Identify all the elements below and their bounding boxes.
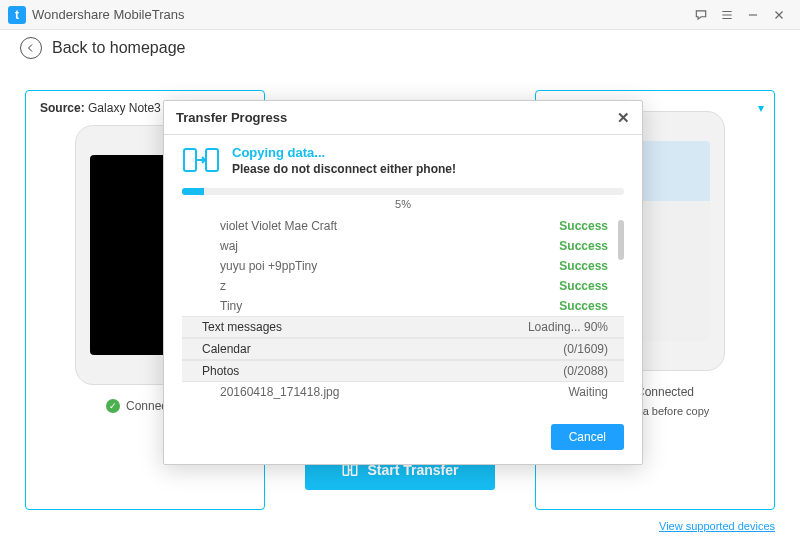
back-bar: Back to homepage [0,30,800,66]
progress-bar: 5% [182,188,624,210]
app-title: Wondershare MobileTrans [32,7,184,22]
svg-rect-2 [184,149,196,171]
dialog-title: Transfer Progress [176,110,287,125]
title-bar: t Wondershare MobileTrans [0,0,800,30]
category-row: Text messagesLoading... 90% [182,316,624,338]
transfer-progress-dialog: Transfer Progress ✕ Copying data... Plea… [163,100,643,465]
progress-percent: 5% [182,198,624,210]
dialog-close-button[interactable]: ✕ [617,109,630,127]
warning-text: Please do not disconnect either phone! [232,162,456,176]
list-item: violet Violet Mae CraftSuccess [182,216,624,236]
list-item: yuyu poi +9ppTinySuccess [182,256,624,276]
check-icon: ✓ [106,399,120,413]
feedback-icon[interactable] [688,5,714,25]
app-logo-icon: t [8,6,26,24]
list-item: TinySuccess [182,296,624,316]
category-row: Photos(0/2088) [182,360,624,382]
menu-icon[interactable] [714,5,740,25]
minimize-icon[interactable] [740,5,766,25]
cancel-button[interactable]: Cancel [551,424,624,450]
svg-rect-1 [352,465,357,476]
dialog-title-bar: Transfer Progress ✕ [164,101,642,135]
back-button[interactable] [20,37,42,59]
close-icon[interactable] [766,5,792,25]
svg-rect-0 [344,465,349,476]
chevron-down-icon[interactable]: ▾ [758,101,764,115]
transfer-log: violet Violet Mae CraftSuccesswajSuccess… [182,216,624,402]
list-item: 20160418_171418.jpg Waiting [182,382,624,402]
list-item: wajSuccess [182,236,624,256]
transfer-icon [182,145,220,175]
scrollbar-thumb[interactable] [618,220,624,260]
category-row: Calendar(0/1609) [182,338,624,360]
copying-heading: Copying data... [232,145,456,160]
back-label: Back to homepage [52,39,185,57]
svg-rect-3 [206,149,218,171]
list-item: zSuccess [182,276,624,296]
supported-devices-link[interactable]: View supported devices [659,520,775,532]
